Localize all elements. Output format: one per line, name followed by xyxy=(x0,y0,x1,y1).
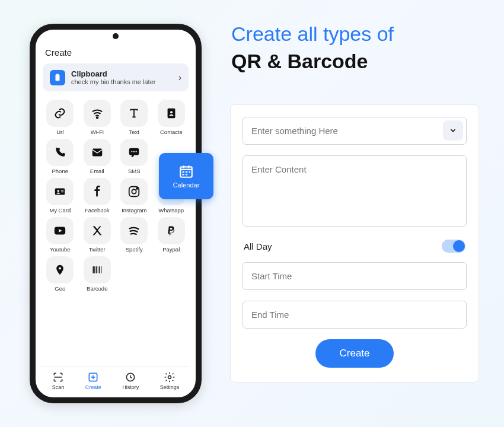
allday-toggle[interactable] xyxy=(442,240,465,253)
tile-wifi[interactable]: Wi-Fi xyxy=(80,100,115,135)
bottom-nav: Scan Create History Settings xyxy=(42,366,190,397)
title-field-row xyxy=(243,117,467,145)
svg-rect-31 xyxy=(186,171,187,173)
text-icon xyxy=(127,107,141,120)
tile-sms[interactable]: SMS xyxy=(117,139,152,174)
svg-point-11 xyxy=(58,190,60,192)
calendar-callout[interactable]: Calendar xyxy=(159,153,213,199)
svg-rect-34 xyxy=(186,174,187,175)
clipboard-title: Clipboard xyxy=(71,69,173,78)
svg-point-2 xyxy=(97,117,98,118)
link-icon xyxy=(53,107,66,120)
tile-barcode[interactable]: Barcode xyxy=(80,256,115,292)
headline: Create all types of QR & Barcode xyxy=(231,21,480,75)
nav-label: History xyxy=(122,384,139,390)
svg-rect-5 xyxy=(92,149,103,157)
headline-line2: QR & Barcode xyxy=(231,48,480,75)
phone-screen: Create Clipboard check my bio thanks me … xyxy=(36,30,196,397)
scan-icon xyxy=(52,371,64,383)
nav-history[interactable]: History xyxy=(122,371,139,390)
facebook-icon xyxy=(91,185,104,198)
start-row xyxy=(243,262,467,290)
tile-youtube[interactable]: Youtube xyxy=(43,217,78,253)
nav-label: Scan xyxy=(52,384,65,390)
headline-line1: Create all types of xyxy=(231,21,480,48)
tile-label: Geo xyxy=(55,285,65,292)
nav-label: Create xyxy=(85,384,101,390)
tile-facebook[interactable]: Facebook xyxy=(80,178,115,214)
svg-point-8 xyxy=(133,151,135,152)
svg-point-16 xyxy=(136,188,138,189)
tile-url[interactable]: Url xyxy=(43,100,78,135)
tile-label: Facebook xyxy=(85,207,110,214)
svg-point-15 xyxy=(132,189,136,193)
chevron-right-icon: › xyxy=(178,72,181,83)
svg-rect-13 xyxy=(61,192,64,192)
tile-mycard[interactable]: My Card xyxy=(43,178,78,214)
barcode-icon xyxy=(90,264,104,276)
end-time-input[interactable] xyxy=(243,301,467,329)
tile-label: Text xyxy=(129,129,139,135)
title-input[interactable] xyxy=(243,117,467,145)
paypal-icon xyxy=(165,224,177,237)
svg-rect-21 xyxy=(94,266,95,273)
tile-phone[interactable]: Phone xyxy=(43,139,78,174)
gear-icon xyxy=(164,371,176,383)
nav-create[interactable]: Create xyxy=(85,371,101,390)
contacts-icon xyxy=(165,107,178,120)
svg-rect-0 xyxy=(56,74,60,81)
sms-icon xyxy=(127,146,141,159)
history-icon xyxy=(125,371,136,383)
svg-rect-25 xyxy=(101,266,101,273)
clipboard-text: Clipboard check my bio thanks me later xyxy=(71,69,173,85)
svg-point-19 xyxy=(59,267,61,269)
svg-rect-24 xyxy=(99,266,100,273)
calendar-icon xyxy=(178,164,194,179)
nav-label: Settings xyxy=(160,384,180,390)
nav-scan[interactable]: Scan xyxy=(52,371,65,390)
dropdown-button[interactable] xyxy=(443,120,463,141)
create-icon xyxy=(87,371,99,383)
tile-label: My Card xyxy=(49,207,71,214)
svg-rect-23 xyxy=(98,266,98,273)
tile-instagram[interactable]: Instagram xyxy=(117,178,152,214)
clipboard-subtitle: check my bio thanks me later xyxy=(71,78,173,85)
content-field-row xyxy=(243,155,467,229)
start-time-input[interactable] xyxy=(243,262,467,290)
clipboard-card[interactable]: Clipboard check my bio thanks me later › xyxy=(43,63,189,91)
tile-label: Youtube xyxy=(50,246,71,253)
tile-contacts[interactable]: Contacts xyxy=(154,100,189,135)
screen-title: Create xyxy=(45,47,186,58)
tile-label: Twitter xyxy=(89,246,106,253)
pin-icon xyxy=(54,263,66,276)
allday-row: All Day xyxy=(243,240,467,253)
tile-label: Phone xyxy=(52,168,68,174)
spotify-icon xyxy=(127,224,141,237)
tile-label: Spotify xyxy=(126,246,143,253)
tile-email[interactable]: Email xyxy=(80,139,115,174)
svg-rect-22 xyxy=(95,266,97,273)
svg-point-9 xyxy=(136,151,137,152)
tile-label: Paypal xyxy=(162,246,180,253)
tile-text[interactable]: Text xyxy=(117,100,152,135)
tile-label: Url xyxy=(56,129,63,135)
svg-point-28 xyxy=(168,376,171,379)
svg-rect-20 xyxy=(92,266,94,273)
content-input[interactable] xyxy=(243,155,467,227)
nav-settings[interactable]: Settings xyxy=(160,371,180,390)
tile-twitter[interactable]: Twitter xyxy=(80,217,115,253)
tile-label: Barcode xyxy=(87,285,107,292)
tile-geo[interactable]: Geo xyxy=(43,256,78,292)
svg-point-4 xyxy=(170,111,173,113)
email-icon xyxy=(91,146,104,159)
svg-point-7 xyxy=(131,151,132,152)
svg-rect-1 xyxy=(56,74,59,75)
create-form: All Day Create xyxy=(230,104,479,383)
tile-label: Contacts xyxy=(160,129,183,135)
callout-label: Calendar xyxy=(173,181,200,189)
create-button[interactable]: Create xyxy=(315,339,393,368)
chevron-down-icon xyxy=(449,126,457,135)
tile-paypal[interactable]: Paypal xyxy=(154,217,189,253)
allday-label: All Day xyxy=(244,241,272,251)
tile-spotify[interactable]: Spotify xyxy=(117,217,152,253)
